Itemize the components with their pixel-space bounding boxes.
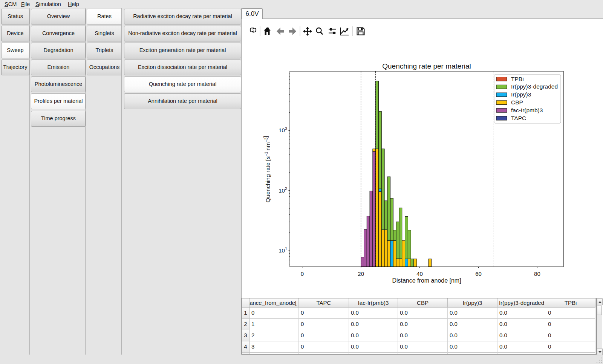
svg-text:Ir(ppy)3-degraded: Ir(ppy)3-degraded [511, 83, 558, 90]
svg-text:101: 101 [279, 246, 287, 254]
svg-text:CBP: CBP [511, 99, 523, 106]
svg-text:TAPC: TAPC [511, 115, 526, 121]
svg-text:103: 103 [279, 126, 287, 134]
svg-text:Distance from anode [nm]: Distance from anode [nm] [392, 277, 461, 284]
svg-text:Quenching rate [s−1 nm−3]: Quenching rate [s−1 nm−3] [262, 136, 271, 202]
svg-text:80: 80 [534, 271, 540, 277]
svg-text:Quenching rate per material: Quenching rate per material [382, 62, 471, 70]
svg-text:40: 40 [416, 271, 423, 277]
svg-text:102: 102 [279, 186, 287, 194]
svg-text:TPBi: TPBi [511, 76, 524, 82]
svg-text:0: 0 [301, 271, 304, 277]
svg-text:Ir(ppy)3: Ir(ppy)3 [511, 91, 531, 98]
svg-text:60: 60 [475, 271, 482, 277]
svg-text:20: 20 [358, 271, 364, 277]
svg-text:fac-Ir(pmb)3: fac-Ir(pmb)3 [511, 107, 543, 113]
